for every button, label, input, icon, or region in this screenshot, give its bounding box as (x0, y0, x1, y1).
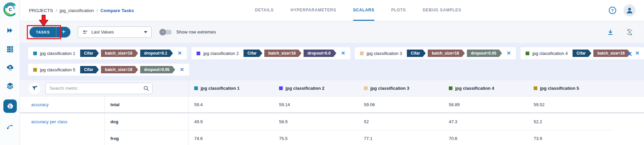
task-name: jpg classification 3 (367, 51, 402, 56)
column-header: jpg classification 1 (189, 86, 274, 91)
svg-text:?: ? (611, 8, 614, 13)
task-tag: batch_size=16 (101, 66, 138, 73)
metric-link[interactable]: accuracy (20, 96, 105, 113)
task-name: jpg classification 2 (203, 51, 239, 56)
tab-hyperparameters[interactable]: HYPERPARAMETERS (290, 0, 336, 21)
metric-link[interactable]: accuracy per class (20, 113, 105, 130)
top-header: PROJECTS / jpg_classification / Compare … (20, 0, 644, 21)
sidebar-item-queues[interactable] (5, 44, 15, 54)
clearml-logo[interactable]: C (2, 2, 18, 17)
user-avatar[interactable] (624, 4, 636, 16)
metric-value: 49.9 (189, 113, 273, 130)
metric-value: 77.1 (358, 130, 443, 145)
tab-scalars[interactable]: SCALARS (353, 0, 375, 21)
download-icon[interactable] (607, 28, 614, 36)
remove-task-icon[interactable]: ✕ (180, 67, 184, 73)
tab-bar: DETAILS HYPERPARAMETERS SCALARS PLOTS DE… (255, 0, 461, 21)
sidebar-nav (3, 26, 17, 131)
metric-value: 58.9 (273, 113, 358, 130)
remove-task-icon[interactable]: ✕ (178, 50, 182, 56)
applications-cloud-gear-icon (6, 63, 14, 71)
breadcrumb-separator: / (56, 8, 57, 13)
metric-value: 59.06 (358, 96, 443, 113)
sidebar-item-applications[interactable] (5, 63, 15, 72)
task-tag: Cifar (407, 50, 426, 57)
column-headers: jpg classification 1 jpg classification … (189, 80, 613, 96)
compared-tasks-panel: jpg classification 1 Cifar batch_size=16… (20, 43, 644, 80)
search-icon[interactable] (143, 85, 149, 91)
metric-value: 73.9 (528, 130, 613, 145)
remove-task-icon[interactable]: ✕ (341, 50, 345, 56)
series-color-swatch (526, 52, 529, 55)
table-row: frog 74.6 75.5 77.1 70.6 73.9 (20, 130, 644, 145)
table-row: accuracy per class dog 49.9 58.9 52 47.3… (20, 113, 644, 130)
help-icon[interactable]: ? (608, 6, 617, 15)
table-row: accuracy total 59.4 59.14 59.06 58.89 59… (20, 96, 644, 113)
series-color-swatch (360, 52, 364, 55)
task-name: jpg classification 5 (40, 67, 75, 72)
task-tag: dropout=0.05 (140, 66, 175, 73)
task-chip[interactable]: jpg classification 5 Cifar batch_size=16… (28, 64, 189, 76)
column-header: jpg classification 4 (443, 86, 528, 91)
metric-value: 70.6 (443, 130, 528, 145)
remove-task-icon[interactable]: ✕ (635, 50, 640, 56)
task-tag: batch_size=16 (101, 50, 138, 57)
metric-value: 52 (358, 113, 443, 130)
metric-link (20, 130, 105, 145)
series-color-swatch (279, 86, 283, 90)
row-extremes-toggle[interactable]: − (160, 30, 172, 34)
values-mode-dropdown[interactable]: Last Values (78, 26, 152, 38)
breadcrumb-projects[interactable]: PROJECTS (29, 8, 53, 13)
filter-zone (20, 83, 189, 94)
task-tag: Cifar (80, 66, 99, 73)
refresh-pause-icon[interactable] (626, 28, 634, 36)
breadcrumb-project-name[interactable]: jpg_classification (60, 8, 94, 13)
close-panel-icon[interactable]: ✕ (627, 50, 632, 58)
filter-icon[interactable] (29, 83, 40, 94)
series-color-swatch (194, 86, 198, 90)
experiments-brain-icon (6, 102, 14, 110)
row-extremes-label: Show row extremes (176, 29, 216, 34)
search-metric-field (45, 83, 153, 94)
tab-debug-samples[interactable]: DEBUG SAMPLES (423, 0, 461, 21)
chip-row-1: jpg classification 1 Cifar batch_size=16… (28, 47, 644, 59)
sidebar-item-datasets[interactable] (5, 81, 15, 90)
add-task-button[interactable]: + (56, 27, 70, 38)
breadcrumb-current-page: Compare Tasks (101, 8, 134, 13)
sidebar: C (0, 0, 20, 145)
series-color-swatch (197, 52, 200, 55)
chevron-down-icon (144, 31, 147, 33)
launch-icon (6, 26, 14, 34)
metric-value: 75.5 (273, 130, 358, 145)
sidebar-item-pipelines[interactable] (5, 122, 15, 131)
tab-plots[interactable]: PLOTS (391, 0, 406, 21)
series-color-swatch (534, 86, 537, 90)
task-chip[interactable]: jpg classification 3 Cifar batch_size=16… (355, 47, 516, 59)
task-tag: batch_size=16 (593, 50, 631, 57)
sidebar-item-experiments[interactable] (3, 99, 17, 113)
task-tag: Cifar (573, 50, 591, 57)
remove-task-icon[interactable]: ✕ (507, 50, 511, 56)
tab-details[interactable]: DETAILS (255, 0, 274, 21)
row-extremes-control: − Show row extremes (160, 29, 216, 34)
person-icon (626, 6, 634, 14)
sidebar-item-launch[interactable] (5, 26, 15, 35)
table-header: jpg classification 1 jpg classification … (20, 80, 644, 96)
task-tag: Cifar (80, 50, 99, 57)
task-tag: dropout=0.05 (467, 50, 502, 57)
task-chip[interactable]: jpg classification 4 Cifar batch_size=16… (521, 47, 644, 59)
last-values-icon (82, 29, 88, 35)
scalars-toolbar: TASKS + Last Values − (20, 21, 644, 43)
search-metric-input[interactable] (45, 83, 153, 94)
series-color-swatch (33, 68, 37, 72)
task-chip[interactable]: jpg classification 1 Cifar batch_size=16… (28, 47, 187, 59)
tasks-button[interactable]: TASKS (30, 27, 56, 38)
metric-value: 59.14 (273, 96, 358, 113)
task-tag: batch_size=16 (428, 50, 465, 57)
metric-value: 52.2 (528, 113, 613, 130)
task-tag: Cifar (244, 50, 262, 57)
toggle-knob: − (159, 29, 166, 35)
task-chip[interactable]: jpg classification 2 Cifar batch_size=16… (192, 47, 350, 59)
column-header: jpg classification 3 (359, 86, 443, 91)
variant-label: dog (105, 113, 189, 130)
